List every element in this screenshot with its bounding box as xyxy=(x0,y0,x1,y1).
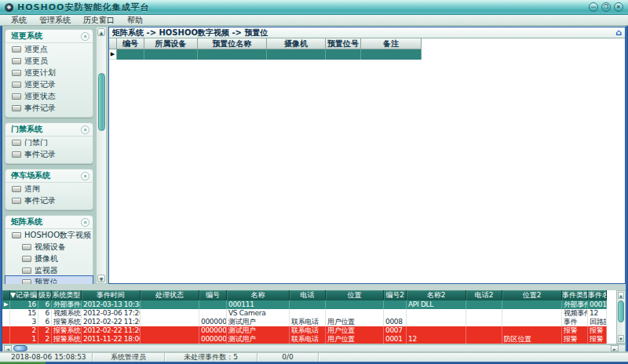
event-cell: 报警 xyxy=(562,326,588,335)
menu-item[interactable]: 历史窗口 xyxy=(77,15,121,25)
sidebar-item[interactable]: 事件记录 xyxy=(5,148,93,160)
sidebar-item[interactable]: 视频设备 xyxy=(5,241,93,253)
app-window: ◆ HOSHOO安防智能化集成平台 — ❐ ✕ 系统管理系统历史窗口帮助 巡更系… xyxy=(0,0,628,364)
scrollbar-thumb[interactable] xyxy=(98,73,105,131)
sidebar-panel-header[interactable]: 门禁系统« xyxy=(5,123,93,136)
app-logo-icon: ◆ xyxy=(5,3,13,12)
horizontal-scrollbar[interactable]: ◄ ► xyxy=(2,344,626,352)
sidebar-panel-header[interactable]: 巡更系统« xyxy=(5,30,93,43)
collapse-chevron-icon[interactable]: « xyxy=(81,32,89,41)
home-icon[interactable]: ⌂ xyxy=(615,28,622,38)
event-column-header[interactable]: 处理状态 xyxy=(141,290,199,300)
event-column-header[interactable]: 事件时间 xyxy=(82,290,141,300)
status-bar: 2018-08-06 15:08:53 系统管理员 未处理事件数：5 0/0 xyxy=(0,352,628,362)
event-cell: 0008 xyxy=(384,318,407,326)
sidebar-panel: 巡更系统«巡更点巡更员巡更计划巡更记录巡更状态事件记录 xyxy=(5,29,93,118)
event-cell: 3 xyxy=(10,318,38,326)
preset-column-header[interactable]: 编号 xyxy=(117,38,144,49)
event-cell: 00000002 xyxy=(199,318,227,326)
sidebar-item-label: 事件记录 xyxy=(24,103,56,114)
sidebar-item[interactable]: 事件记录 xyxy=(5,102,93,114)
event-column-header[interactable]: 事件类型 xyxy=(562,290,588,300)
event-column-header[interactable]: 系统类型 xyxy=(52,290,82,300)
sidebar-item-label: 预置位 xyxy=(35,277,58,285)
event-cell: 2 xyxy=(38,335,52,344)
event-cell: 联系电话 xyxy=(290,335,326,344)
event-row[interactable]: ▶166外部事件2012-03-13 10:38:04000111API DLL… xyxy=(2,300,616,309)
scroll-left-icon[interactable]: ◄ xyxy=(4,345,12,351)
sidebar-item[interactable]: 巡更点 xyxy=(5,43,93,55)
event-cell: 6 xyxy=(38,309,52,318)
preset-column-header[interactable]: 所属设备 xyxy=(144,38,198,49)
event-cell: 联系电话 xyxy=(290,318,326,326)
collapse-chevron-icon[interactable]: « xyxy=(81,172,89,180)
event-table-scrollbar[interactable]: ▲ ▼ xyxy=(616,290,626,344)
event-column-header[interactable]: ▼记录编号 xyxy=(10,290,38,300)
event-row[interactable]: 12报警系统2011-11-22 18:00:2700000003测试用户联系电… xyxy=(2,335,616,344)
event-column-header[interactable]: 编号2 xyxy=(384,290,407,300)
event-column-header[interactable]: 电话 xyxy=(290,290,326,300)
sidebar-item[interactable]: 预置位 xyxy=(5,276,93,284)
preset-column-header[interactable]: 预置位号 xyxy=(326,38,361,49)
event-column-header[interactable]: 名称2 xyxy=(407,290,466,300)
event-cell: 2 xyxy=(10,326,38,335)
sidebar-item[interactable]: 巡更员 xyxy=(5,55,93,67)
event-cell: 测试用户 xyxy=(227,326,290,335)
event-column-header[interactable]: 位置2 xyxy=(502,290,562,300)
sidebar-item[interactable]: 道闸 xyxy=(5,183,93,195)
sidebar-panel-header[interactable]: 矩阵系统« xyxy=(5,216,93,229)
event-column-header[interactable] xyxy=(2,290,10,300)
event-row[interactable]: 36报警系统2012-02-22 11:26:0200000002测试用户联系电… xyxy=(2,318,616,326)
sidebar-panel-header[interactable]: 停车场系统« xyxy=(5,169,93,183)
scroll-down-icon[interactable]: ▼ xyxy=(97,275,105,282)
sidebar-item[interactable]: 巡更计划 xyxy=(5,67,93,78)
collapse-chevron-icon[interactable]: « xyxy=(81,126,89,134)
sidebar-item[interactable]: 门禁门 xyxy=(5,136,93,148)
event-table: ▼记录编号级别系统类型事件时间处理状态编号名称电话位置编号2名称2电话2位置2事… xyxy=(2,290,616,344)
preset-column-header[interactable]: 预置位名称 xyxy=(198,38,267,49)
close-button[interactable]: ✕ xyxy=(614,2,623,12)
scroll-down-icon[interactable]: ▼ xyxy=(618,335,624,342)
menu-item[interactable]: 帮助 xyxy=(121,15,149,25)
event-row[interactable]: 22报警系统2012-02-22 11:26:0200000002测试用户联系电… xyxy=(2,326,616,335)
preset-cell xyxy=(144,49,198,60)
event-column-header[interactable]: 事件名称 xyxy=(588,290,607,300)
sidebar-item[interactable]: 巡更状态 xyxy=(5,90,93,102)
event-cell: 测试用户 xyxy=(227,335,290,344)
scroll-right-icon[interactable]: ► xyxy=(611,345,619,351)
event-column-header[interactable]: 名称 xyxy=(227,290,290,300)
collapse-chevron-icon[interactable]: « xyxy=(81,218,89,227)
sidebar-item[interactable]: 监视器 xyxy=(5,264,93,276)
event-column-header[interactable]: 编号 xyxy=(199,290,227,300)
preset-selected-row[interactable]: ▶ xyxy=(109,49,625,60)
event-row[interactable]: 156视频系统2012-03-06 17:26:34VS Camera视频事件1… xyxy=(2,309,616,318)
sidebar-item[interactable]: HOSHOO数字视频 xyxy=(5,229,93,241)
event-cell: 视频事件 xyxy=(562,309,588,318)
scrollbar-thumb[interactable] xyxy=(13,345,27,351)
sidebar-panel-title: 停车场系统 xyxy=(11,170,81,181)
event-cell xyxy=(407,326,466,335)
scroll-up-icon[interactable]: ▲ xyxy=(618,292,624,299)
sidebar-panel-title: 矩阵系统 xyxy=(11,217,81,228)
maximize-button[interactable]: ❐ xyxy=(601,2,611,12)
sidebar-item[interactable]: 巡更记录 xyxy=(5,78,93,90)
event-column-header[interactable]: 位置 xyxy=(326,290,384,300)
menu-item[interactable]: 系统 xyxy=(5,15,33,25)
event-column-header[interactable]: 级别 xyxy=(38,290,52,300)
menu-item[interactable]: 管理系统 xyxy=(33,15,77,25)
scroll-up-icon[interactable]: ▲ xyxy=(97,28,105,36)
sidebar-item[interactable]: 事件记录 xyxy=(5,195,93,206)
sidebar-item[interactable]: 摄像机 xyxy=(5,253,93,264)
preset-column-header[interactable]: 摄像机 xyxy=(267,38,326,49)
scrollbar-thumb[interactable] xyxy=(618,300,624,322)
preset-cell xyxy=(198,49,267,60)
splitter[interactable] xyxy=(2,284,626,290)
sidebar-scrollbar[interactable]: ▲ ▼ xyxy=(96,27,107,284)
minimize-button[interactable]: — xyxy=(589,2,598,12)
main-panel: 矩阵系统 -> HOSHOO数字视频 -> 预置位 ⌂ 编号所属设备预置位名称摄… xyxy=(108,27,626,284)
event-cell: 0001 xyxy=(384,335,407,344)
event-cell: 防区位置 xyxy=(502,335,562,344)
event-cell: API DLL xyxy=(407,300,466,309)
preset-column-header[interactable]: 备注 xyxy=(361,38,422,49)
event-column-header[interactable]: 电话2 xyxy=(466,290,502,300)
